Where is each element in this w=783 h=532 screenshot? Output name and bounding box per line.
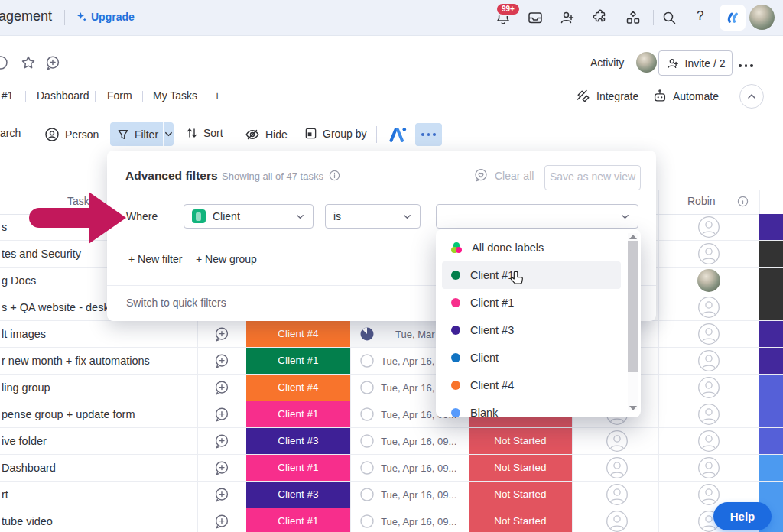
- tab-my-tasks[interactable]: My Tasks: [153, 89, 197, 102]
- color-strip-cell[interactable]: [759, 401, 783, 427]
- search-button-partial[interactable]: arch: [0, 127, 21, 139]
- hide-button[interactable]: Hide: [245, 127, 288, 142]
- robin-cell[interactable]: [697, 323, 720, 345]
- tab-dashboard[interactable]: Dashboard: [37, 89, 89, 102]
- user-avatar[interactable]: [749, 5, 775, 30]
- sort-button[interactable]: Sort: [186, 127, 223, 139]
- robin-cell[interactable]: [697, 242, 720, 265]
- clear-all-button[interactable]: Clear all: [495, 170, 534, 182]
- person-filter-button[interactable]: Person: [44, 127, 99, 142]
- dropdown-option[interactable]: Client #1: [442, 261, 621, 289]
- task-cell[interactable]: r new month + fix automations: [2, 355, 194, 367]
- workspace-name[interactable]: agement: [0, 8, 52, 24]
- client-label-cell[interactable]: Client #3: [246, 482, 350, 508]
- board-discussion-icon[interactable]: [44, 54, 61, 71]
- filter-operator-dropdown[interactable]: is: [325, 204, 421, 229]
- add-update-button[interactable]: [213, 513, 230, 530]
- filter-field-dropdown[interactable]: Client: [184, 204, 314, 229]
- group-by-button[interactable]: Group by: [304, 127, 367, 140]
- dropdown-option[interactable]: Client: [442, 344, 621, 371]
- date-cell[interactable]: Tue, Apr 16, 09...: [350, 428, 469, 454]
- help-question-icon[interactable]: ?: [697, 8, 703, 24]
- task-cell[interactable]: ive folder: [2, 435, 194, 447]
- robin-cell[interactable]: [697, 269, 720, 292]
- activity-avatar[interactable]: [636, 52, 657, 73]
- scroll-up-arrow[interactable]: [629, 235, 637, 239]
- add-update-button[interactable]: [213, 326, 230, 342]
- dropdown-scrollbar-thumb[interactable]: [628, 241, 638, 372]
- scroll-down-arrow[interactable]: [629, 406, 637, 410]
- color-strip-cell[interactable]: [759, 428, 783, 454]
- robin-cell[interactable]: [697, 430, 720, 453]
- integrate-button[interactable]: Integrate: [576, 89, 638, 104]
- client-label-cell[interactable]: Client #1: [246, 401, 350, 427]
- person-avatar-placeholder[interactable]: [606, 510, 629, 532]
- client-label-cell[interactable]: Client #4: [246, 321, 350, 347]
- filter-button[interactable]: Filter: [110, 122, 174, 146]
- toolbar-more-button[interactable]: [415, 123, 442, 146]
- task-cell[interactable]: tube video: [2, 515, 194, 527]
- new-group-button[interactable]: + New group: [196, 253, 257, 265]
- invite-button[interactable]: Invite / 2: [658, 50, 733, 76]
- task-cell[interactable]: rt: [2, 488, 194, 501]
- add-update-button[interactable]: [213, 486, 230, 503]
- add-update-button[interactable]: [213, 352, 230, 369]
- robin-cell[interactable]: [697, 456, 720, 479]
- client-label-cell[interactable]: Client #1: [246, 508, 350, 532]
- task-cell[interactable]: pense group + update form: [2, 408, 194, 420]
- robin-cell[interactable]: [697, 376, 720, 399]
- info-icon[interactable]: [329, 170, 340, 181]
- color-strip-cell[interactable]: [759, 455, 783, 481]
- color-strip-cell[interactable]: [759, 268, 783, 294]
- activity-button[interactable]: Activity: [590, 57, 624, 69]
- board-options-menu[interactable]: [739, 64, 753, 67]
- tab-main-table[interactable]: t #1: [0, 89, 13, 102]
- tab-form[interactable]: Form: [107, 89, 132, 102]
- automate-button[interactable]: Automate: [652, 89, 719, 104]
- color-strip-cell[interactable]: [759, 348, 783, 374]
- help-button[interactable]: Help: [713, 502, 772, 530]
- task-cell[interactable]: Dashboard: [2, 462, 194, 474]
- robin-cell[interactable]: [697, 349, 720, 372]
- date-cell[interactable]: Tue, Apr 16, 09...: [350, 508, 469, 532]
- ai-assistant-icon[interactable]: [387, 126, 407, 143]
- add-update-button[interactable]: [213, 406, 230, 423]
- color-strip-cell[interactable]: [759, 214, 783, 240]
- add-update-button[interactable]: [213, 459, 230, 476]
- new-filter-button[interactable]: + New filter: [128, 253, 182, 265]
- person-avatar-placeholder[interactable]: [606, 430, 629, 453]
- dropdown-option[interactable]: Blank: [442, 399, 621, 417]
- status-cell[interactable]: Not Started: [469, 455, 572, 481]
- save-as-new-view-button[interactable]: Save as new view: [544, 165, 641, 190]
- dropdown-option[interactable]: All done labels: [442, 234, 621, 261]
- color-strip-cell[interactable]: [759, 321, 783, 347]
- client-label-cell[interactable]: Client #1: [246, 348, 350, 374]
- client-label-cell[interactable]: Client #4: [246, 375, 350, 401]
- client-label-cell[interactable]: Client #3: [246, 428, 350, 454]
- monday-logo[interactable]: [720, 5, 746, 31]
- color-strip-cell[interactable]: [759, 375, 783, 401]
- favorite-star-icon[interactable]: [20, 54, 37, 71]
- switch-to-quick-filters-link[interactable]: Switch to quick filters: [126, 297, 226, 309]
- robin-cell[interactable]: [697, 216, 720, 238]
- apps-puzzle-icon[interactable]: [592, 9, 609, 26]
- status-cell[interactable]: Not Started: [469, 508, 572, 532]
- robin-info-icon[interactable]: [737, 196, 749, 207]
- board-partial-icon[interactable]: [0, 54, 9, 71]
- inbox-icon[interactable]: [527, 9, 544, 26]
- date-cell[interactable]: Tue, Apr 16, 09...: [350, 482, 469, 508]
- person-avatar-placeholder[interactable]: [606, 456, 629, 479]
- robin-column-header[interactable]: Robin: [687, 195, 716, 207]
- dropdown-option[interactable]: Client #1: [442, 289, 621, 316]
- status-cell[interactable]: Not Started: [469, 482, 572, 508]
- add-tab-button[interactable]: +: [214, 89, 220, 102]
- add-update-button[interactable]: [213, 379, 230, 396]
- robin-cell[interactable]: [697, 296, 720, 319]
- status-cell[interactable]: Not Started: [469, 428, 572, 454]
- client-label-cell[interactable]: Client #1: [246, 455, 350, 481]
- dropdown-option[interactable]: Client #4: [442, 371, 621, 399]
- search-icon[interactable]: [661, 9, 677, 26]
- filter-value-dropdown[interactable]: [436, 204, 638, 229]
- date-cell[interactable]: Tue, Apr 16, 09...: [350, 455, 469, 481]
- collapse-header-button[interactable]: [739, 84, 764, 109]
